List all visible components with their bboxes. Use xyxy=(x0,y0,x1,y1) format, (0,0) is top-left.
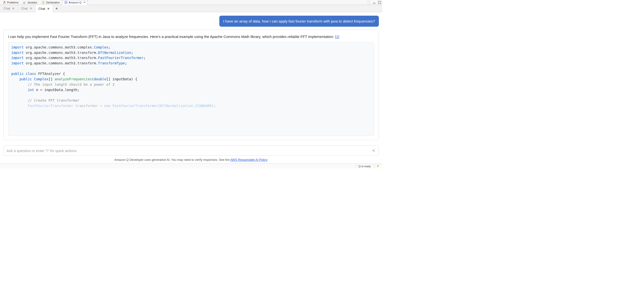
amazonq-icon xyxy=(64,1,68,4)
problems-icon xyxy=(3,1,6,4)
status-text: Q is ready xyxy=(358,165,371,168)
chat-area: I have an array of data, how I can apply… xyxy=(0,12,382,143)
svg-rect-6 xyxy=(373,3,376,3)
chat-tab-label: Chat xyxy=(38,7,45,10)
status-separator-icon: ⋮ xyxy=(372,165,375,168)
panel-tab-declaration[interactable]: Declaration xyxy=(40,0,62,5)
svg-rect-0 xyxy=(4,1,5,2)
close-icon[interactable]: ✕ xyxy=(12,6,15,10)
panel-tab-label: Declaration xyxy=(46,1,60,4)
chat-input-row xyxy=(4,145,379,156)
lightbulb-icon xyxy=(376,165,379,168)
user-message: I have an array of data, how I can apply… xyxy=(219,16,379,27)
status-q-ready: Q is ready xyxy=(357,164,372,168)
declaration-icon xyxy=(42,1,45,4)
panel-tab-amazonq[interactable]: Amazon Q ✕ xyxy=(62,0,88,5)
panel-tab-problems[interactable]: Problems xyxy=(0,0,20,5)
assistant-intro-text: I can help you implement Fast Fourier Tr… xyxy=(8,34,335,39)
svg-point-5 xyxy=(66,2,66,3)
chat-tab[interactable]: Chat ✕ xyxy=(0,5,18,12)
chat-tab-label: Chat xyxy=(4,6,10,10)
svg-rect-7 xyxy=(378,1,381,4)
user-message-row: I have an array of data, how I can apply… xyxy=(4,16,379,27)
svg-rect-9 xyxy=(378,167,378,167)
chat-tab[interactable]: Chat ✕ xyxy=(18,5,35,12)
send-button[interactable] xyxy=(371,148,376,153)
panel-actions: ⋮⋮ xyxy=(367,0,381,5)
view-menu-icon[interactable]: ⋮⋮ xyxy=(367,1,370,4)
status-bar: ⋮ Q is ready ⋮ xyxy=(0,164,382,168)
status-left xyxy=(2,164,4,168)
chat-tab-label: Chat xyxy=(21,6,28,10)
status-separator-icon: ⋮ xyxy=(354,165,357,168)
assistant-intro: I can help you implement Fast Fourier Tr… xyxy=(8,34,374,40)
svg-text:@: @ xyxy=(23,1,26,4)
footer-text: Amazon Q Developer uses generative AI. Y… xyxy=(114,158,230,162)
code-block: import org.apache.commons.math3.complex.… xyxy=(8,42,374,136)
status-tips[interactable] xyxy=(375,164,381,168)
svg-rect-1 xyxy=(4,2,6,4)
chat-tabbar: Chat ✕ Chat ✕ Chat ✕ + xyxy=(0,5,382,12)
responsible-ai-link[interactable]: AWS Responsible AI Policy xyxy=(230,158,267,162)
panel-tab-label: Problems xyxy=(7,1,18,4)
reference-link[interactable]: [1] xyxy=(335,34,340,39)
new-chat-button[interactable]: + xyxy=(53,5,60,12)
svg-point-8 xyxy=(377,165,378,166)
close-icon[interactable]: ✕ xyxy=(30,6,32,10)
panel-tab-label: Javadoc xyxy=(27,1,37,4)
assistant-message: I can help you implement Fast Fourier Tr… xyxy=(4,30,379,140)
footer-text-post: . xyxy=(267,158,268,162)
javadoc-icon: @ xyxy=(23,1,26,4)
chat-tab[interactable]: Chat ✕ xyxy=(36,5,53,12)
minimize-icon[interactable] xyxy=(372,1,376,4)
maximize-icon[interactable] xyxy=(378,1,381,4)
footer-notice: Amazon Q Developer uses generative AI. Y… xyxy=(0,157,382,164)
close-icon[interactable]: ✕ xyxy=(47,7,50,10)
chat-input[interactable] xyxy=(6,149,371,153)
panel-tabbar: Problems @ Javadoc Declaration Amazon Q … xyxy=(0,0,382,5)
panel-tab-label: Amazon Q xyxy=(68,1,81,4)
close-icon[interactable]: ✕ xyxy=(83,1,86,4)
panel-tab-javadoc[interactable]: @ Javadoc xyxy=(20,0,40,5)
